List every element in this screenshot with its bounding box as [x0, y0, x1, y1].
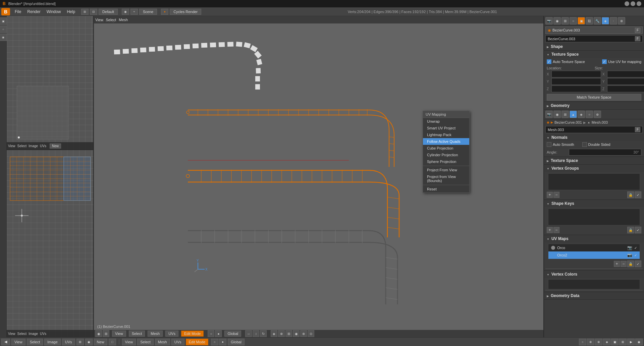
loc-x-input[interactable]: 1.91667: [551, 71, 601, 77]
status-view2-btn[interactable]: View: [122, 339, 136, 345]
uv-select-btn[interactable]: Select: [17, 144, 27, 148]
match-texture-btn[interactable]: Match Texture Space: [547, 94, 641, 101]
vp-manip-2[interactable]: ↕: [253, 330, 259, 337]
vertex-groups-header[interactable]: Vertex Groups: [544, 165, 644, 172]
sr-icon-6[interactable]: ⊞: [619, 339, 627, 345]
vp-shade-2[interactable]: ●: [215, 330, 222, 337]
layout-name[interactable]: Default: [99, 9, 118, 15]
uv-item-project-bounds[interactable]: Project from View (Bounds): [423, 173, 469, 184]
size-y-input[interactable]: 1.500: [607, 78, 644, 85]
size-x-input[interactable]: 3.083: [607, 71, 644, 77]
right-icon-world[interactable]: ○: [570, 17, 577, 24]
object-f-btn[interactable]: F: [635, 28, 640, 33]
right-icon-particles[interactable]: ·: [610, 17, 617, 24]
status-select-btn[interactable]: Select: [27, 339, 43, 345]
uv-item-sphere[interactable]: Sphere Projection: [423, 158, 469, 165]
vp-pivot-6[interactable]: ⊙: [308, 330, 314, 337]
object-name-input[interactable]: BezierCurve.003 F: [545, 35, 643, 42]
scene-icon[interactable]: ◉: [122, 9, 129, 15]
status-icon-3[interactable]: □: [109, 339, 116, 345]
geometry-data-header[interactable]: Geometry Data: [544, 292, 644, 299]
ri-mat[interactable]: ○: [586, 111, 593, 118]
tool-1[interactable]: ▣: [0, 17, 7, 25]
vp-view-label[interactable]: View: [95, 18, 103, 22]
sk-add-btn[interactable]: +: [547, 227, 553, 233]
uv-select-btn2[interactable]: Select: [17, 332, 27, 336]
angle-field[interactable]: 30°: [569, 149, 641, 156]
mesh-name-input[interactable]: Mesh.003 F: [545, 126, 643, 133]
vg-remove-btn[interactable]: −: [553, 192, 559, 198]
uv-image-btn2[interactable]: Image: [29, 332, 38, 336]
right-icon-physics[interactable]: ⊗: [618, 17, 625, 24]
uv-uvs-btn2[interactable]: UVs: [40, 332, 46, 336]
sr-icon-1[interactable]: ○: [579, 339, 586, 345]
status-select2-btn[interactable]: Select: [137, 339, 154, 345]
uv-lock-btn[interactable]: 🔒: [627, 261, 634, 267]
name-f-btn[interactable]: F: [635, 36, 640, 41]
loc-z-input[interactable]: 0.00000: [551, 85, 601, 92]
uv-view-btn[interactable]: View: [8, 144, 15, 148]
texture-space2-header[interactable]: Texture Space: [544, 157, 644, 164]
uv-item-smart-uv[interactable]: Smart UV Project: [423, 125, 469, 131]
right-icon-scene[interactable]: ⊞: [561, 17, 569, 24]
sk-lock-btn[interactable]: 🔒: [627, 227, 634, 233]
close-button[interactable]: [637, 1, 641, 6]
ri-obj[interactable]: ◈: [578, 111, 585, 118]
menu-render[interactable]: Render: [24, 9, 43, 15]
uv-remove-btn[interactable]: −: [621, 261, 627, 267]
engine-name[interactable]: Cycles Render: [170, 9, 201, 15]
uv-item-reset[interactable]: Reset: [423, 186, 469, 192]
vp-uvs-btn[interactable]: UVs: [165, 331, 178, 337]
tool-2[interactable]: ○: [0, 25, 7, 33]
uv-add-btn[interactable]: +: [614, 261, 620, 267]
vp-icon-1[interactable]: ◉: [95, 330, 102, 337]
maximize-button[interactable]: [631, 1, 635, 6]
ri-render[interactable]: ◉: [553, 111, 561, 118]
shape-keys-header[interactable]: Shape Keys: [544, 200, 644, 207]
minimize-button[interactable]: [625, 1, 629, 6]
vp-manip-3[interactable]: ↻: [260, 330, 267, 337]
status-shade-2[interactable]: ●: [219, 339, 226, 345]
mesh-f-btn[interactable]: F: [635, 127, 640, 132]
vp-sel-btn[interactable]: Select: [129, 331, 145, 337]
sr-icon-4[interactable]: ◈: [603, 339, 610, 345]
use-uv-check-row[interactable]: ✓ Use UV for mapping: [602, 59, 641, 64]
vp-select-label[interactable]: Select: [106, 18, 116, 22]
vg-lock-btn[interactable]: 🔒: [627, 191, 634, 198]
vp-pivot-5[interactable]: ⊗: [300, 330, 307, 337]
blender-logo[interactable]: B: [1, 8, 10, 15]
status-back-btn[interactable]: ◀: [1, 339, 10, 345]
status-global-btn[interactable]: Global: [228, 339, 245, 345]
ri-anim[interactable]: ⊕: [594, 111, 601, 118]
sr-icon-5[interactable]: ▣: [611, 339, 619, 345]
auto-texture-checkbox[interactable]: ✓ Auto Texture Space: [547, 59, 585, 64]
vp-mesh-label[interactable]: Mesh: [119, 18, 128, 22]
ri-scene[interactable]: ⊞: [561, 111, 569, 118]
sr-icon-7[interactable]: ▶: [627, 339, 635, 345]
auto-smooth-check[interactable]: Auto Smooth: [547, 142, 574, 147]
status-shade-1[interactable]: ○: [211, 339, 218, 345]
status-icon-2[interactable]: ◉: [85, 339, 93, 345]
menu-window[interactable]: Window: [44, 9, 64, 15]
layout-icon2[interactable]: ⊟: [90, 9, 97, 15]
status-mesh-btn[interactable]: Mesh: [155, 339, 170, 345]
geometry-section-header[interactable]: Geometry: [544, 102, 644, 109]
uv-new-btn[interactable]: New: [50, 143, 61, 149]
vg-check-btn[interactable]: ✓: [635, 191, 641, 198]
vp-pivot-4[interactable]: ◉: [293, 330, 300, 337]
right-icon-render[interactable]: ◉: [553, 17, 561, 24]
vp-pivot-3[interactable]: ⊞: [285, 330, 292, 337]
vp-view-btn[interactable]: View: [112, 331, 126, 337]
sk-check-btn[interactable]: ✓: [635, 227, 641, 233]
vp-global-btn[interactable]: Global: [224, 331, 241, 337]
uv-uvs-btn[interactable]: UVs: [40, 144, 46, 148]
uv-item-unwrap[interactable]: Unwrap: [423, 118, 469, 125]
scene-icon2[interactable]: +: [130, 9, 138, 15]
uv-map-item-2[interactable]: Orco2 📷 ✓: [548, 251, 640, 259]
status-uvs-btn[interactable]: UVs: [62, 339, 75, 345]
sr-icon-8[interactable]: ◉: [635, 339, 643, 345]
status-editmode-btn[interactable]: Edit Mode: [186, 339, 209, 345]
uv-item-project-view[interactable]: Project From View: [423, 167, 469, 173]
uv-maps-header[interactable]: UV Maps: [544, 235, 644, 242]
menu-help[interactable]: Help: [64, 9, 78, 15]
